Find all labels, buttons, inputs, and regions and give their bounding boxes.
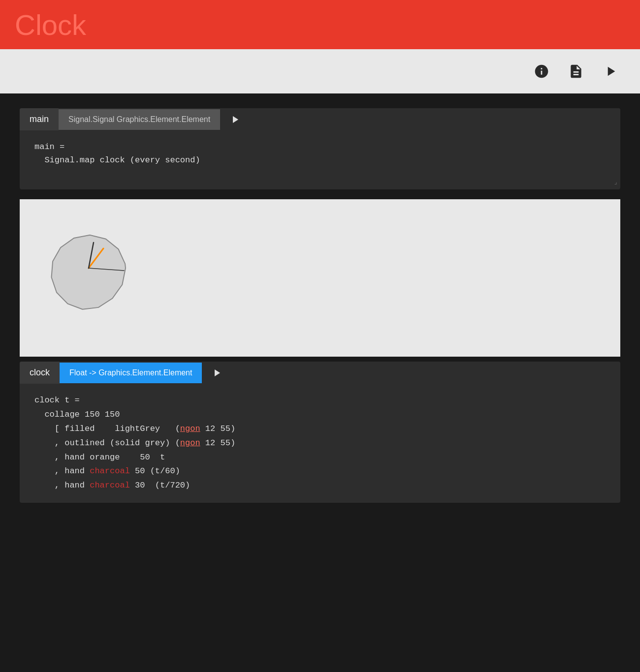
charcoal-link-1[interactable]: charcoal — [90, 466, 130, 476]
play-icon-main — [229, 114, 241, 125]
clock-display — [39, 219, 138, 317]
clock-code-editor[interactable]: clock t = collage 150 150 [ filled light… — [20, 384, 620, 503]
resize-handle[interactable]: ⌟ — [614, 178, 617, 187]
main-content: main Signal.Signal Graphics.Element.Elem… — [0, 93, 640, 527]
main-panel: main Signal.Signal Graphics.Element.Elem… — [20, 108, 620, 189]
clock-svg — [39, 219, 138, 317]
info-button[interactable] — [532, 61, 551, 81]
main-code-editor[interactable]: main = Signal.map clock (every second) ⌟ — [20, 130, 620, 189]
info-icon — [534, 63, 549, 79]
page-title: Clock — [15, 8, 86, 41]
toolbar — [0, 49, 640, 93]
ngon-link-2[interactable]: ngon — [180, 438, 200, 448]
preview-area — [20, 199, 620, 357]
clock-panel: clock Float -> Graphics.Element.Element … — [20, 362, 620, 503]
tab-type-clock: Float -> Graphics.Element.Element — [60, 363, 202, 383]
charcoal-link-2[interactable]: charcoal — [90, 481, 130, 490]
main-code: main = Signal.map clock (every second) — [34, 140, 606, 167]
header: Clock — [0, 0, 640, 49]
main-panel-header: main Signal.Signal Graphics.Element.Elem… — [20, 108, 620, 130]
ngon-link-1[interactable]: ngon — [180, 424, 200, 433]
play-icon-toolbar — [603, 63, 618, 79]
tab-main[interactable]: main — [20, 108, 59, 130]
tab-type-main: Signal.Signal Graphics.Element.Element — [59, 109, 220, 130]
run-button-clock[interactable] — [207, 363, 226, 383]
play-icon-clock — [211, 367, 223, 379]
run-button-main[interactable] — [225, 110, 245, 129]
document-button[interactable] — [566, 61, 586, 81]
clock-panel-header: clock Float -> Graphics.Element.Element — [20, 362, 620, 384]
clock-code: clock t = collage 150 150 [ filled light… — [34, 394, 606, 493]
run-button-toolbar[interactable] — [601, 61, 620, 81]
document-icon — [568, 63, 584, 79]
tab-clock[interactable]: clock — [20, 362, 60, 384]
